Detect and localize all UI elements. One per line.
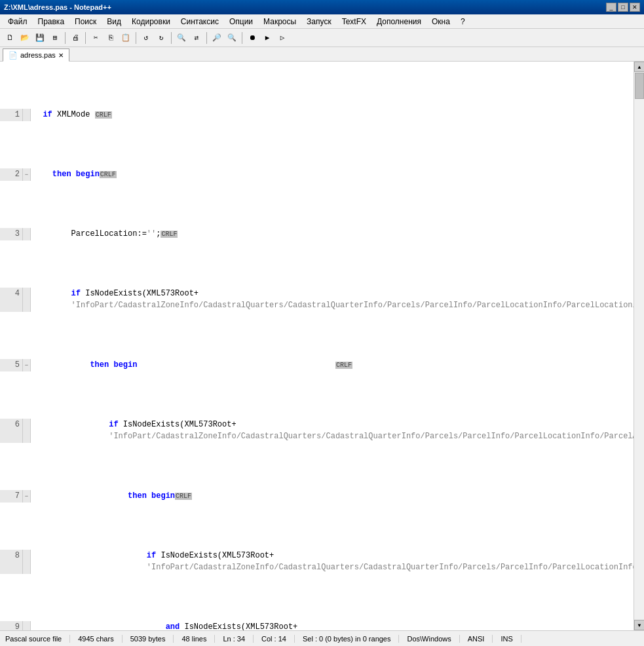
new-button[interactable]: 🗋 (3, 31, 17, 45)
line-1: 1 if XMLMode CRLF (0, 109, 634, 121)
minimize-button[interactable]: _ (606, 3, 616, 12)
line-3: 3 ParcelLocation:='';CRLF (0, 228, 634, 240)
menu-search[interactable]: Поиск (69, 16, 102, 28)
menu-view[interactable]: Вид (102, 16, 126, 28)
menu-bar: Файл Правка Поиск Вид Кодировки Синтакси… (0, 14, 644, 29)
line-2: 2 − then beginCRLF (0, 168, 634, 181)
status-sel: Sel : 0 (0 bytes) in 0 ranges (295, 635, 400, 643)
menu-edit[interactable]: Правка (33, 16, 70, 28)
status-bar: Pascal source file 4945 chars 5039 bytes… (0, 630, 644, 646)
menu-options[interactable]: Опции (224, 16, 258, 28)
scroll-up-button[interactable]: ▲ (634, 62, 644, 72)
menu-run[interactable]: Запуск (301, 16, 337, 28)
tab-adress-pas[interactable]: 📄 adress.pas ✕ (3, 48, 69, 62)
copy-button[interactable]: ⎘ (104, 31, 118, 45)
line-5: 5 − then begin CRLF (0, 359, 634, 371)
toolbar-separator-2 (85, 32, 86, 44)
zoom-in-button[interactable]: 🔎 (210, 31, 224, 45)
record-macro-button[interactable]: ⏺ (245, 31, 259, 45)
redo-button[interactable]: ↻ (154, 31, 168, 45)
toolbar-separator-3 (136, 32, 136, 44)
editor-container: 1 if XMLMode CRLF 2 − then beginCRLF 3 P… (0, 62, 644, 630)
menu-syntax[interactable]: Синтаксис (176, 16, 224, 28)
status-ins: INS (493, 635, 521, 643)
line-8: 8 if IsNodeExists(XML573Root+ 'InfoPart/… (0, 550, 634, 574)
menu-file[interactable]: Файл (3, 16, 33, 28)
menu-windows[interactable]: Окна (426, 16, 455, 28)
toolbar-separator-4 (171, 32, 172, 44)
status-chars: 4945 chars (70, 635, 122, 643)
save-all-button[interactable]: ⊞ (48, 31, 62, 45)
scroll-thumb[interactable] (635, 73, 644, 99)
tab-icon: 📄 (9, 51, 18, 60)
menu-help[interactable]: ? (455, 16, 470, 28)
replace-button[interactable]: ⇄ (189, 31, 204, 45)
menu-encoding[interactable]: Кодировки (126, 16, 176, 28)
status-line-ending: Dos\Windows (399, 635, 459, 643)
tab-filename: adress.pas (20, 51, 56, 59)
status-lines: 48 lines (174, 635, 215, 643)
line-7: 7 − then beginCRLF (0, 490, 634, 503)
play-macro-button[interactable]: ▶ (260, 31, 275, 45)
cut-button[interactable]: ✂ (88, 31, 103, 45)
status-ln: Ln : 34 (215, 635, 254, 643)
code-editor[interactable]: 1 if XMLMode CRLF 2 − then beginCRLF 3 P… (0, 62, 634, 630)
line-4: 4 if IsNodeExists(XML573Root+ 'InfoPart/… (0, 288, 634, 312)
status-encoding: ANSI (460, 635, 493, 643)
find-button[interactable]: 🔍 (174, 31, 189, 45)
vertical-scrollbar[interactable]: ▲ ▼ (634, 62, 644, 630)
menu-macros[interactable]: Макросы (258, 16, 301, 28)
line-6: 6 if IsNodeExists(XML573Root+ 'InfoPart/… (0, 419, 634, 443)
tab-close-button[interactable]: ✕ (58, 52, 64, 59)
paste-button[interactable]: 📋 (119, 31, 133, 45)
window-title: Z:\XML\adress.pas - Notepad++ (4, 3, 111, 11)
title-bar-buttons[interactable]: _ □ ✕ (606, 3, 640, 12)
open-button[interactable]: 📂 (18, 31, 32, 45)
status-col: Col : 14 (254, 635, 295, 643)
title-bar: Z:\XML\adress.pas - Notepad++ _ □ ✕ (0, 0, 644, 14)
close-button[interactable]: ✕ (630, 3, 640, 12)
toolbar: 🗋 📂 💾 ⊞ 🖨 ✂ ⎘ 📋 ↺ ↻ 🔍 ⇄ 🔎 🔍 ⏺ ▶ ▷ (0, 29, 644, 47)
toolbar-separator-1 (65, 32, 66, 44)
code-area[interactable]: 1 if XMLMode CRLF 2 − then beginCRLF 3 P… (0, 62, 634, 630)
maximize-button[interactable]: □ (618, 3, 628, 12)
menu-textfx[interactable]: TextFX (337, 16, 371, 28)
line-9: 9 and IsNodeExists(XML573Root+ 'InfoPart… (0, 621, 634, 630)
run-macro-button[interactable]: ▷ (275, 31, 290, 45)
zoom-out-button[interactable]: 🔍 (225, 31, 239, 45)
scroll-track[interactable] (634, 72, 644, 620)
menu-plugins[interactable]: Дополнения (371, 16, 426, 28)
toolbar-separator-6 (242, 32, 242, 44)
save-button[interactable]: 💾 (33, 31, 47, 45)
tab-bar: 📄 adress.pas ✕ (0, 47, 644, 62)
status-file-type: Pascal source file (5, 635, 70, 643)
print-button[interactable]: 🖨 (68, 31, 83, 45)
undo-button[interactable]: ↺ (139, 31, 153, 45)
toolbar-separator-5 (206, 32, 207, 44)
status-bytes: 5039 bytes (123, 635, 174, 643)
scroll-down-button[interactable]: ▼ (634, 620, 644, 630)
